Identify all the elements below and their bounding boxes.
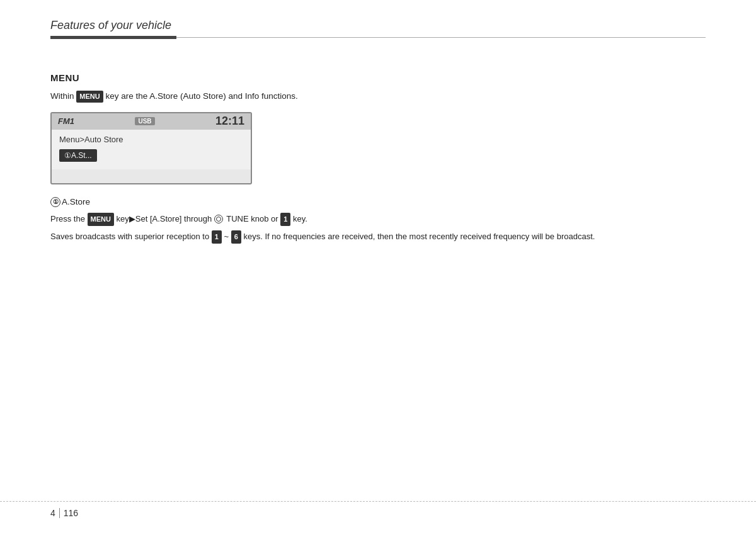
page-number: 4 116 bbox=[50, 508, 78, 518]
screen-autostore-badge: ①A.St... bbox=[59, 149, 97, 162]
desc2-after: keys. If no frequencies are received, th… bbox=[244, 232, 595, 241]
screen-top-bar: FM1 USB 12:11 bbox=[52, 113, 251, 130]
screen-time: 12:11 bbox=[215, 115, 244, 128]
screen-usb-badge: USB bbox=[135, 117, 154, 125]
page-num: 116 bbox=[64, 508, 78, 518]
page-header: Features of your vehicle bbox=[50, 19, 706, 39]
display-screen: FM1 USB 12:11 Menu>Auto Store ①A.St... bbox=[50, 112, 252, 184]
desc1-after-key: key▶Set [A.Store] through bbox=[117, 214, 214, 223]
header-divider bbox=[50, 36, 706, 39]
a-store-desc-2: Saves broadcasts with superior reception… bbox=[50, 230, 706, 244]
page-title: Features of your vehicle bbox=[50, 19, 706, 32]
screen-fm-label: FM1 bbox=[58, 116, 74, 126]
page-footer: 4 116 bbox=[0, 501, 756, 542]
key-1-first: 1 bbox=[280, 213, 290, 226]
desc1-end: key. bbox=[293, 214, 307, 223]
desc-after-key: key are the A.Store (Auto Store) and Inf… bbox=[105, 91, 297, 101]
page-section-number: 4 bbox=[50, 508, 55, 518]
screen-autostore-row: ①A.St... bbox=[57, 148, 246, 163]
main-content: MENU Within MENU key are the A.Store (Au… bbox=[50, 72, 706, 247]
section-heading: MENU bbox=[50, 72, 706, 83]
menu-key-badge: MENU bbox=[76, 91, 103, 103]
a-store-menu-key: MENU bbox=[88, 213, 114, 226]
screen-body: Menu>Auto Store ①A.St... bbox=[52, 130, 251, 169]
desc-before-key: Within bbox=[50, 91, 74, 101]
header-line-dark bbox=[50, 36, 176, 39]
key-1-second: 1 bbox=[212, 230, 222, 244]
key-6: 6 bbox=[231, 230, 241, 244]
header-line-light bbox=[176, 37, 706, 38]
menu-description: Within MENU key are the A.Store (Auto St… bbox=[50, 89, 706, 103]
desc1-tune: TUNE knob or bbox=[226, 214, 280, 223]
a-store-label: A.Store bbox=[62, 197, 90, 206]
desc1-before-key: Press the bbox=[50, 214, 88, 223]
tune-knob-icon bbox=[214, 215, 223, 223]
desc2-tilde: ~ bbox=[224, 232, 231, 241]
a-store-heading: ① A.Store bbox=[50, 197, 706, 207]
circle-num-1: ① bbox=[50, 197, 60, 207]
desc2-before: Saves broadcasts with superior reception… bbox=[50, 232, 212, 241]
a-store-desc-1: Press the MENU key▶Set [A.Store] through… bbox=[50, 212, 706, 226]
screen-menu-row: Menu>Auto Store bbox=[57, 133, 246, 145]
page-divider bbox=[59, 508, 60, 518]
